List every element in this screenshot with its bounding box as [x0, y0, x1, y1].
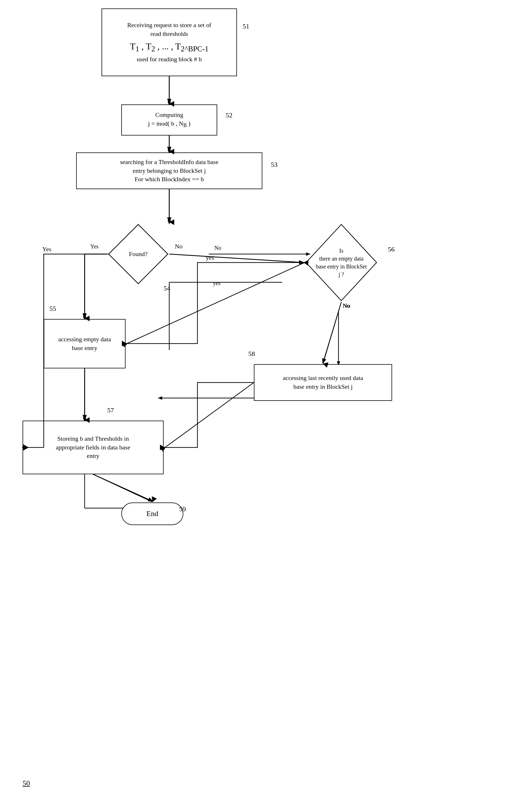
label-56: 56	[388, 245, 395, 253]
svg-marker-19	[158, 396, 162, 400]
box-57: Storeing b and Thresholds in appropriate…	[23, 421, 164, 474]
diagram-container: Receiving request to store a set of read…	[0, 0, 532, 802]
label-55: 55	[49, 305, 56, 312]
svg-text:No: No	[343, 302, 350, 309]
box53-line1: searching for a ThresholdInfo data base	[120, 158, 218, 167]
label-54: 54	[164, 285, 170, 292]
box51-formula: T1 , T2 , ... , T2^BPC-1	[127, 39, 211, 55]
label-59: 59	[179, 505, 186, 513]
box53-line2: entry belonging to BlockSet j	[120, 167, 218, 175]
box58-line1: accessing last recently used data	[283, 374, 363, 383]
svg-line-32	[323, 302, 341, 363]
svg-text:Yes: Yes	[42, 245, 51, 253]
box57-line2: appropriate fields in data base	[56, 443, 130, 452]
svg-text:Yes: Yes	[90, 243, 98, 250]
svg-line-45	[323, 302, 341, 364]
flowchart-arrows: Yes No yes No	[0, 0, 532, 802]
svg-line-47	[93, 474, 152, 502]
box-52: Computing j = mod( b , NB )	[121, 105, 217, 135]
box-end: End	[121, 503, 183, 525]
svg-text:No: No	[175, 243, 183, 250]
box51-line2: read thresholds	[127, 30, 211, 38]
svg-text:No: No	[343, 303, 349, 309]
label-57: 57	[107, 406, 114, 414]
svg-line-30	[169, 254, 303, 262]
page-label: 50	[23, 779, 30, 788]
box-51: Receiving request to store a set of read…	[101, 8, 237, 76]
arrows-svg	[0, 0, 532, 802]
label-51: 51	[243, 23, 249, 30]
svg-text:No: No	[214, 245, 221, 251]
box-58: accessing last recently used data base e…	[254, 364, 392, 401]
box58-line2: base entry in BlockSet j	[283, 383, 363, 391]
label-58: 58	[248, 350, 255, 358]
box52-line1: Computing	[148, 111, 190, 120]
box55-line1: accessing empty data	[58, 335, 111, 344]
svg-text:yes: yes	[213, 280, 221, 287]
label-53: 53	[271, 161, 278, 168]
diamond-56-label: Is there an empty data base entry in Blo…	[305, 223, 378, 302]
flowchart-arrows-v2: Yes No yes No	[0, 0, 532, 802]
box-55: accessing empty data base entry	[44, 319, 126, 368]
svg-line-33	[165, 383, 254, 448]
diamond-54-label: Found?	[107, 223, 169, 285]
box51-line4: used for reading block # b	[127, 55, 211, 64]
box57-line1: Storeing b and Thresholds in	[56, 435, 130, 443]
svg-text:yes: yes	[206, 254, 214, 261]
box51-line1: Receiving request to store a set of	[127, 21, 211, 30]
box53-line3: For which BlockIndex == b	[120, 175, 218, 184]
label-52: 52	[226, 111, 232, 119]
box52-line2: j = mod( b , NB )	[148, 120, 190, 129]
svg-line-35	[93, 474, 152, 501]
box55-line2: base entry	[58, 344, 111, 352]
box-53: searching for a ThresholdInfo data base …	[76, 152, 262, 189]
box57-line3: entry	[56, 452, 130, 460]
